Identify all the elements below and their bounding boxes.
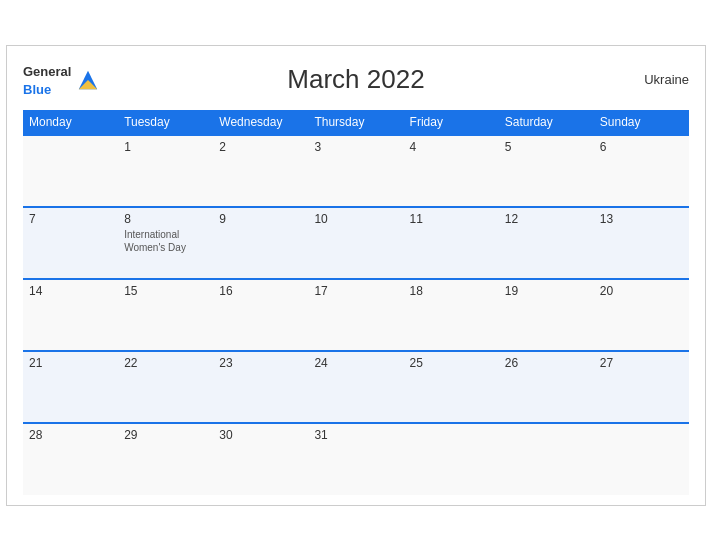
- calendar-cell: [23, 135, 118, 207]
- country-label: Ukraine: [644, 72, 689, 87]
- calendar-cell: 17: [308, 279, 403, 351]
- week-row-4: 21222324252627: [23, 351, 689, 423]
- day-number: 3: [314, 140, 397, 154]
- col-tuesday: Tuesday: [118, 110, 213, 135]
- day-number: 4: [410, 140, 493, 154]
- calendar-cell: 24: [308, 351, 403, 423]
- calendar-cell: 26: [499, 351, 594, 423]
- ukraine-flag-icon: [77, 69, 99, 91]
- calendar-cell: 12: [499, 207, 594, 279]
- calendar-cell: 1: [118, 135, 213, 207]
- calendar-cell: 13: [594, 207, 689, 279]
- week-row-1: 123456: [23, 135, 689, 207]
- day-number: 11: [410, 212, 493, 226]
- calendar-cell: 23: [213, 351, 308, 423]
- calendar-cell: 25: [404, 351, 499, 423]
- calendar-cell: 29: [118, 423, 213, 495]
- calendar-cell: 3: [308, 135, 403, 207]
- calendar-container: General Blue March 2022 Ukraine Monday T…: [6, 45, 706, 506]
- calendar-cell: 22: [118, 351, 213, 423]
- day-number: 13: [600, 212, 683, 226]
- week-row-2: 78International Women's Day910111213: [23, 207, 689, 279]
- day-number: 6: [600, 140, 683, 154]
- calendar-grid: Monday Tuesday Wednesday Thursday Friday…: [23, 110, 689, 495]
- day-number: 31: [314, 428, 397, 442]
- calendar-cell: 19: [499, 279, 594, 351]
- calendar-cell: 2: [213, 135, 308, 207]
- calendar-header: General Blue March 2022 Ukraine: [23, 62, 689, 98]
- col-sunday: Sunday: [594, 110, 689, 135]
- calendar-cell: 5: [499, 135, 594, 207]
- calendar-cell: 28: [23, 423, 118, 495]
- calendar-cell: 21: [23, 351, 118, 423]
- calendar-cell: [594, 423, 689, 495]
- calendar-cell: 9: [213, 207, 308, 279]
- day-number: 2: [219, 140, 302, 154]
- day-number: 17: [314, 284, 397, 298]
- week-row-3: 14151617181920: [23, 279, 689, 351]
- day-number: 16: [219, 284, 302, 298]
- calendar-cell: 30: [213, 423, 308, 495]
- day-number: 18: [410, 284, 493, 298]
- day-number: 12: [505, 212, 588, 226]
- day-number: 7: [29, 212, 112, 226]
- logo-general-text: General: [23, 64, 71, 79]
- event-label: International Women's Day: [124, 228, 207, 254]
- calendar-cell: 20: [594, 279, 689, 351]
- day-number: 5: [505, 140, 588, 154]
- day-number: 20: [600, 284, 683, 298]
- calendar-cell: 18: [404, 279, 499, 351]
- calendar-cell: [404, 423, 499, 495]
- calendar-cell: 11: [404, 207, 499, 279]
- week-row-5: 28293031: [23, 423, 689, 495]
- calendar-title: March 2022: [287, 64, 424, 95]
- col-saturday: Saturday: [499, 110, 594, 135]
- day-number: 9: [219, 212, 302, 226]
- day-number: 26: [505, 356, 588, 370]
- day-number: 14: [29, 284, 112, 298]
- day-number: 23: [219, 356, 302, 370]
- day-number: 28: [29, 428, 112, 442]
- day-number: 27: [600, 356, 683, 370]
- calendar-cell: 4: [404, 135, 499, 207]
- day-number: 25: [410, 356, 493, 370]
- day-number: 24: [314, 356, 397, 370]
- col-monday: Monday: [23, 110, 118, 135]
- day-number: 15: [124, 284, 207, 298]
- calendar-cell: 16: [213, 279, 308, 351]
- calendar-cell: 8International Women's Day: [118, 207, 213, 279]
- calendar-cell: 7: [23, 207, 118, 279]
- day-number: 30: [219, 428, 302, 442]
- day-number: 19: [505, 284, 588, 298]
- calendar-cell: 27: [594, 351, 689, 423]
- day-number: 22: [124, 356, 207, 370]
- col-friday: Friday: [404, 110, 499, 135]
- day-number: 10: [314, 212, 397, 226]
- calendar-cell: 15: [118, 279, 213, 351]
- calendar-cell: 31: [308, 423, 403, 495]
- calendar-cell: [499, 423, 594, 495]
- logo: General Blue: [23, 62, 99, 98]
- col-wednesday: Wednesday: [213, 110, 308, 135]
- day-number: 29: [124, 428, 207, 442]
- logo-blue-text: Blue: [23, 82, 51, 97]
- calendar-cell: 10: [308, 207, 403, 279]
- calendar-cell: 6: [594, 135, 689, 207]
- days-of-week-row: Monday Tuesday Wednesday Thursday Friday…: [23, 110, 689, 135]
- day-number: 8: [124, 212, 207, 226]
- col-thursday: Thursday: [308, 110, 403, 135]
- calendar-cell: 14: [23, 279, 118, 351]
- day-number: 1: [124, 140, 207, 154]
- day-number: 21: [29, 356, 112, 370]
